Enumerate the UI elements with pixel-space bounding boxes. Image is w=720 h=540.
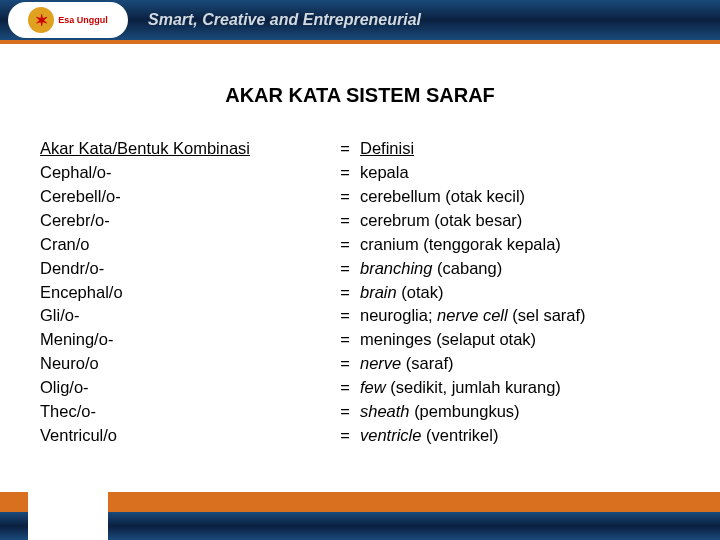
col-header-eq: = (330, 137, 360, 161)
tagline: Smart, Creative and Entrepreneurial (148, 11, 421, 29)
eq-cell: = (330, 352, 360, 376)
eq-cell: = (330, 400, 360, 424)
slide-title: AKAR KATA SISTEM SARAF (0, 84, 720, 107)
eq-cell: = (330, 233, 360, 257)
root-table: Akar Kata/Bentuk Kombinasi = Definisi Ce… (40, 137, 680, 448)
root-cell: Cerebell/o- (40, 185, 330, 209)
footer-accent-bar (0, 492, 720, 512)
footer-navy-bar (0, 512, 720, 540)
root-cell: Mening/o- (40, 328, 330, 352)
eq-cell: = (330, 304, 360, 328)
def-cell: nerve (saraf) (360, 352, 680, 376)
root-cell: Cerebr/o- (40, 209, 330, 233)
root-cell: Dendr/o- (40, 257, 330, 281)
def-cell: neuroglia; nerve cell (sel saraf) (360, 304, 680, 328)
eq-cell: = (330, 209, 360, 233)
col-header-def: Definisi (360, 137, 680, 161)
brand-text: Esa Unggul (58, 15, 108, 25)
def-cell: sheath (pembungkus) (360, 400, 680, 424)
def-cell: meninges (selaput otak) (360, 328, 680, 352)
def-cell: brain (otak) (360, 281, 680, 305)
def-cell: cerebellum (otak kecil) (360, 185, 680, 209)
col-header-root: Akar Kata/Bentuk Kombinasi (40, 137, 330, 161)
accent-bar-top (0, 40, 720, 44)
def-cell: few (sedikit, jumlah kurang) (360, 376, 680, 400)
eq-cell: = (330, 185, 360, 209)
root-cell: Olig/o- (40, 376, 330, 400)
def-cell: kepala (360, 161, 680, 185)
slide-header: ✶ Esa Unggul Smart, Creative and Entrepr… (0, 0, 720, 40)
def-cell: cerebrum (otak besar) (360, 209, 680, 233)
eq-cell: = (330, 281, 360, 305)
root-cell: Gli/o- (40, 304, 330, 328)
def-cell: cranium (tenggorak kepala) (360, 233, 680, 257)
logo-icon: ✶ (28, 7, 54, 33)
eq-cell: = (330, 376, 360, 400)
root-cell: Encephal/o (40, 281, 330, 305)
content-area: Akar Kata/Bentuk Kombinasi = Definisi Ce… (0, 137, 720, 448)
root-cell: Cephal/o- (40, 161, 330, 185)
eq-cell: = (330, 257, 360, 281)
root-cell: Ventricul/o (40, 424, 330, 448)
eq-cell: = (330, 161, 360, 185)
def-cell: ventricle (ventrikel) (360, 424, 680, 448)
slide-footer (0, 492, 720, 540)
brand-logo: ✶ Esa Unggul (8, 2, 128, 38)
root-cell: Thec/o- (40, 400, 330, 424)
footer-white-box (28, 492, 108, 540)
def-cell: branching (cabang) (360, 257, 680, 281)
eq-cell: = (330, 328, 360, 352)
root-cell: Neuro/o (40, 352, 330, 376)
root-cell: Cran/o (40, 233, 330, 257)
eq-cell: = (330, 424, 360, 448)
